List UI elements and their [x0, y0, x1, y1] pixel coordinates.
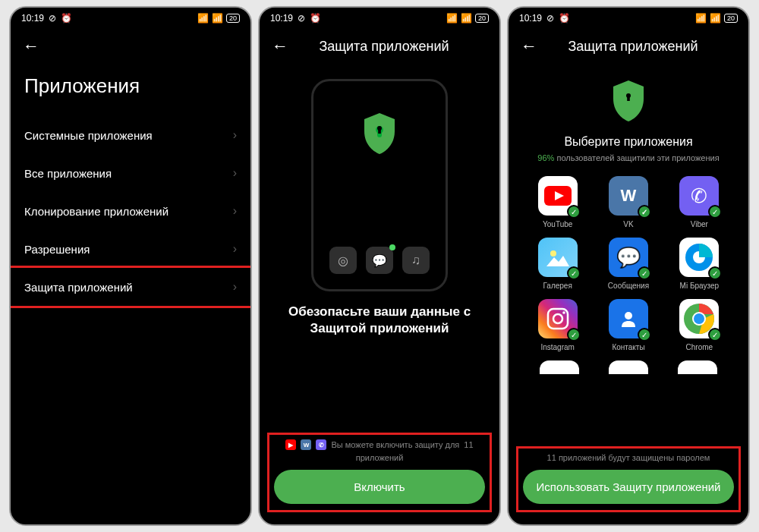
select-subtitle: 96% пользователей защитили эти приложени…	[509, 153, 748, 162]
list-label: Все приложения	[24, 167, 112, 180]
phone-screen-applock-select: 10:19 ⊘ ⏰ 📶 📶 20 ← Защита приложений Выб…	[507, 6, 750, 526]
app-youtube[interactable]: ✓ YouTube	[525, 176, 590, 228]
back-icon[interactable]: ←	[23, 36, 39, 56]
app-messages[interactable]: 💬 ✓ Сообщения	[596, 238, 660, 290]
app-contacts[interactable]: ✓ Контакты	[596, 299, 660, 351]
page-title: Приложения	[11, 61, 250, 116]
alarm-icon: ⊘	[546, 13, 554, 24]
alarm2-icon: ⏰	[310, 13, 321, 24]
partial-apps-row	[509, 351, 748, 374]
highlighted-cta: 11 приложений будут защищены паролем Исп…	[516, 446, 741, 512]
highlighted-cta: ▶ W ✆ Вы можете включить защиту для 11 п…	[267, 433, 492, 512]
svg-point-7	[550, 250, 556, 257]
svg-point-12	[562, 311, 565, 314]
mock-app-icon: ◎	[329, 247, 357, 274]
app-vk[interactable]: W ✓ VK	[596, 176, 660, 228]
list-item-system-apps[interactable]: Системные приложения ›	[11, 116, 250, 154]
vk-mini-icon: W	[301, 439, 311, 450]
alarm-icon: ⊘	[49, 13, 56, 24]
back-icon[interactable]: ←	[521, 36, 537, 56]
youtube-mini-icon: ▶	[285, 439, 296, 450]
enable-button[interactable]: Включить	[274, 470, 485, 504]
status-bar: 10:19 ⊘ ⏰ 📶 📶 20	[260, 8, 499, 29]
check-icon: ✓	[638, 205, 651, 219]
svg-point-16	[694, 313, 704, 324]
check-icon: ✓	[638, 328, 651, 342]
shield-icon	[361, 112, 398, 156]
promo-heading: Обезопасьте ваши данные с Защитой прилож…	[260, 299, 499, 343]
use-applock-button[interactable]: Использовать Защиту приложений	[523, 470, 734, 504]
svg-point-11	[553, 314, 562, 323]
check-icon: ✓	[567, 205, 581, 219]
viber-mini-icon: ✆	[316, 439, 326, 450]
status-bar: 10:19 ⊘ ⏰ 📶 📶 20	[11, 8, 250, 29]
back-icon[interactable]: ←	[272, 36, 288, 56]
svg-point-13	[625, 312, 632, 320]
list-item-permissions[interactable]: Разрешения ›	[11, 230, 250, 268]
list-label: Клонирование приложений	[24, 205, 168, 218]
list-item-all-apps[interactable]: Все приложения ›	[11, 154, 250, 192]
chevron-right-icon: ›	[233, 242, 237, 256]
mock-app-icon: ♫	[402, 247, 430, 274]
page-title: Защита приложений	[304, 39, 465, 55]
chevron-right-icon: ›	[233, 204, 237, 218]
check-icon: ✓	[708, 205, 722, 219]
battery-icon: 20	[724, 14, 738, 23]
chevron-right-icon: ›	[233, 166, 237, 180]
phone-screen-applock-intro: 10:19 ⊘ ⏰ 📶 📶 20 ← Защита приложений ◎ 💬…	[258, 6, 501, 526]
alarm-icon: ⊘	[298, 13, 305, 24]
hint-text: ▶ W ✆ Вы можете включить защиту для 11	[274, 436, 485, 452]
mock-app-icon: 💬	[366, 247, 393, 274]
list-item-clone-apps[interactable]: Клонирование приложений ›	[11, 192, 250, 230]
wifi-icon: 📶	[710, 13, 721, 24]
chevron-right-icon: ›	[233, 128, 237, 142]
select-title: Выберите приложения	[509, 135, 748, 149]
battery-icon: 20	[226, 14, 240, 23]
check-icon: ✓	[567, 266, 581, 280]
check-icon: ✓	[708, 328, 722, 342]
list-label: Системные приложения	[24, 129, 153, 142]
app-grid: ✓ YouTube W ✓ VK ✆ ✓ Viber ✓ Галерея 💬 ✓	[509, 176, 748, 351]
alarm2-icon: ⏰	[61, 13, 72, 24]
battery-icon: 20	[475, 14, 489, 23]
list-label: Разрешения	[24, 243, 90, 256]
alarm2-icon: ⏰	[559, 13, 570, 24]
footer-hint: 11 приложений будут защищены паролем	[523, 450, 734, 464]
app-chrome[interactable]: ✓ Chrome	[667, 299, 732, 351]
signal-icon: 📶	[197, 13, 209, 24]
app-mibrowser[interactable]: ✓ Mi Браузер	[667, 238, 732, 290]
status-time: 10:19	[270, 13, 293, 24]
status-bar: 10:19 ⊘ ⏰ 📶 📶 20	[509, 8, 748, 29]
app-viber[interactable]: ✆ ✓ Viber	[667, 176, 732, 228]
shield-icon	[610, 79, 647, 126]
signal-icon: 📶	[446, 13, 458, 24]
app-gallery[interactable]: ✓ Галерея	[525, 238, 590, 290]
check-icon: ✓	[567, 328, 581, 342]
wifi-icon: 📶	[461, 13, 472, 24]
status-time: 10:19	[21, 13, 44, 24]
page-title: Защита приложений	[553, 39, 713, 55]
svg-rect-5	[627, 96, 630, 101]
svg-rect-3	[378, 128, 381, 134]
chevron-right-icon: ›	[233, 280, 237, 294]
wifi-icon: 📶	[212, 13, 223, 24]
status-time: 10:19	[519, 13, 542, 24]
list-item-app-lock[interactable]: Защита приложений ›	[9, 266, 252, 308]
signal-icon: 📶	[695, 13, 707, 24]
check-icon: ✓	[638, 266, 651, 280]
hint-text-2: приложений	[274, 450, 485, 464]
phone-illustration: ◎ 💬 ♫	[311, 79, 448, 291]
list-label: Защита приложений	[24, 281, 133, 294]
phone-screen-apps: 10:19 ⊘ ⏰ 📶 📶 20 ← Приложения Системные …	[9, 6, 252, 526]
app-instagram[interactable]: ✓ Instagram	[525, 299, 590, 351]
check-icon: ✓	[708, 266, 722, 280]
